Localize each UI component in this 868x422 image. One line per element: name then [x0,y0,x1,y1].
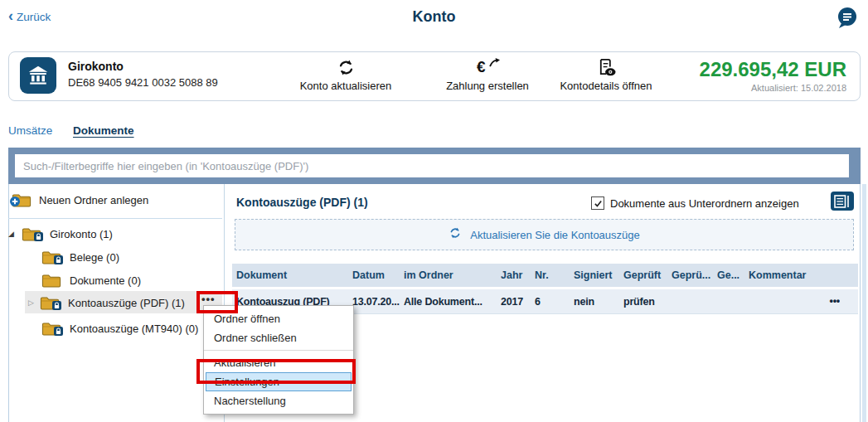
tree-item-kontoauszuege-mt940[interactable]: Kontoauszüge (MT940) (0) [41,318,198,338]
tree-item-girokonto[interactable]: ◢ Girokonto (1) [8,224,113,244]
account-balance: 229.695,42 EUR [700,58,846,81]
locked-folder-icon [41,250,61,264]
tree-item-label: Girokonto (1) [50,228,113,240]
row-more-button[interactable]: ••• [829,297,840,305]
tab-dokumente[interactable]: Dokumente [73,124,134,137]
open-details-button[interactable]: Kontodetails öffnen [544,56,668,92]
cell-geprueft[interactable]: prüfen [623,296,672,308]
cell-im-ordner: Alle Dokument... [404,296,501,308]
cell-signiert: nein [574,296,623,308]
table-header: Dokument Datum im Ordner Jahr Nr. Signie… [232,264,858,287]
refresh-statements-button[interactable]: Aktualisieren Sie die Kontoauszüge [235,219,854,250]
euro-arrow-icon: € [425,56,550,78]
col-geprueft[interactable]: Geprüft [623,269,672,281]
bank-icon [20,57,56,94]
locked-folder-icon [41,321,61,336]
refresh-icon [284,56,408,78]
konto-screen: ‹ Zurück Konto Girokonto DE68 9405 9421 … [0,0,868,422]
refresh-icon [449,226,462,243]
collapsed-arrow-icon[interactable]: ▷ [28,298,40,307]
cell-jahr: 2017 [501,296,535,308]
create-payment-button[interactable]: € Zahlung erstellen [425,56,550,92]
menu-item-einstellungen[interactable]: Einstellungen [206,372,352,391]
refresh-statements-label: Aktualisieren Sie die Kontoauszüge [470,229,640,241]
col-geprueft2[interactable]: Geprü... [672,269,717,281]
tree-item-label: Belege (0) [70,251,119,264]
document-eye-icon [544,56,668,78]
balance-updated-timestamp: Aktualisiert: 15.02.2018 [751,83,846,93]
lock-badge-icon [34,231,43,244]
subfolder-checkbox-label[interactable]: Dokumente aus Unterordnern anzeigen [610,197,799,210]
col-datum[interactable]: Datum [352,269,404,281]
new-folder-icon [12,192,32,207]
subfolder-checkbox[interactable] [591,196,604,210]
new-folder-button[interactable]: Neuen Ordner anlegen [12,192,148,207]
col-dokument[interactable]: Dokument [236,269,352,281]
search-input[interactable] [15,154,849,177]
open-details-label: Kontodetails öffnen [544,80,668,92]
folder-content-title: Kontoauszüge (PDF) (1) [236,196,368,209]
col-kommentar[interactable]: Kommentar [749,269,858,281]
tree-item-belege[interactable]: Belege (0) [41,247,119,267]
lock-badge-icon [54,326,63,338]
tab-umsaetze[interactable]: Umsätze [8,124,52,137]
list-view-icon[interactable] [831,192,854,211]
folder-icon [41,273,61,288]
tree-item-kontoauszuege-pdf[interactable]: ▷ Kontoauszüge (PDF) (1) [28,293,185,313]
account-iban: DE68 9405 9421 0032 5088 89 [68,76,218,89]
new-folder-label: Neuen Ordner anlegen [39,194,148,206]
update-account-button[interactable]: Konto aktualisieren [284,56,408,92]
col-signiert[interactable]: Signiert [574,269,623,281]
tree-item-label: Kontoauszüge (MT940) (0) [70,323,198,335]
folder-context-menu: Ordner öffnen Ordner schließen Aktualisi… [203,305,354,415]
tree-item-more-button[interactable]: ••• [201,295,216,303]
page-title: Konto [0,8,868,26]
menu-item-ordner-schliessen[interactable]: Ordner schließen [204,328,353,347]
check-icon [594,199,603,208]
vertical-scrollbar[interactable] [862,184,866,422]
locked-folder-icon [22,226,41,241]
update-account-label: Konto aktualisieren [284,80,408,92]
menu-item-aktualisieren[interactable]: Aktualisieren [204,353,353,372]
tree-item-label: Dokumente (0) [70,274,141,287]
search-band [8,148,861,184]
menu-item-nacherstellung[interactable]: Nacherstellung [204,391,353,410]
col-jahr[interactable]: Jahr [501,269,535,281]
tree-item-dokumente[interactable]: Dokumente (0) [41,270,141,290]
col-nr[interactable]: Nr. [535,269,574,281]
tree-item-label: Kontoauszüge (PDF) (1) [68,297,185,309]
col-im-ordner[interactable]: im Ordner [404,269,501,281]
lock-badge-icon [52,300,61,313]
cell-nr: 6 [535,296,574,308]
chat-bubble-icon[interactable] [836,7,858,32]
locked-folder-icon [40,295,60,310]
tree-divider [8,218,222,219]
cell-datum: 13.07.20... [352,296,404,308]
expanded-arrow-icon[interactable]: ◢ [8,230,22,238]
lock-badge-icon [54,255,63,267]
menu-item-ordner-oeffnen[interactable]: Ordner öffnen [204,309,353,328]
account-name: Girokonto [68,60,124,73]
col-ge[interactable]: Ge... [717,269,749,281]
menu-separator [204,350,353,351]
create-payment-label: Zahlung erstellen [425,80,550,92]
